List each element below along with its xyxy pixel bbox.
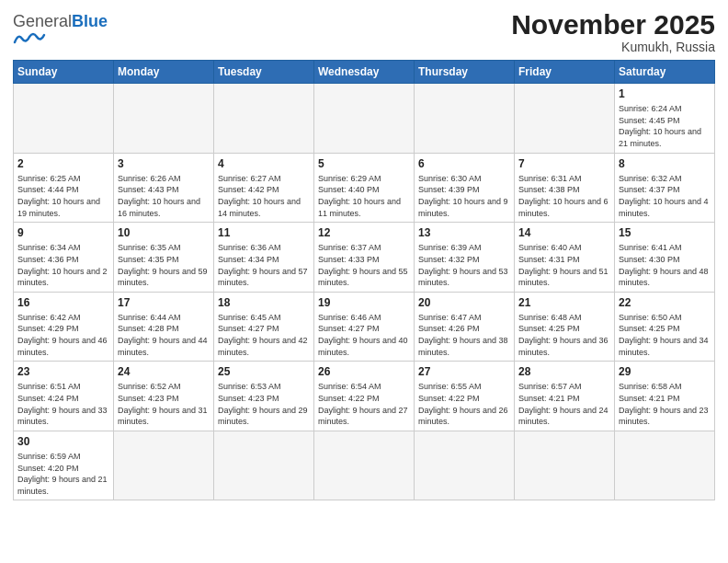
weekday-header-row: Sunday Monday Tuesday Wednesday Thursday…	[14, 61, 715, 84]
sun-info: Sunrise: 6:48 AM Sunset: 4:25 PM Dayligh…	[518, 312, 610, 358]
day-number: 12	[318, 225, 410, 240]
table-row	[114, 431, 214, 500]
table-row	[415, 84, 515, 154]
table-row: 27Sunrise: 6:55 AM Sunset: 4:22 PM Dayli…	[415, 362, 515, 431]
table-row: 5Sunrise: 6:29 AM Sunset: 4:40 PM Daylig…	[314, 153, 415, 223]
sun-info: Sunrise: 6:32 AM Sunset: 4:37 PM Dayligh…	[619, 173, 711, 219]
month-title: November 2025	[511, 9, 715, 40]
day-number: 23	[17, 364, 109, 379]
day-number: 9	[17, 225, 109, 240]
day-number: 22	[619, 295, 711, 310]
table-row	[314, 84, 415, 154]
sun-info: Sunrise: 6:51 AM Sunset: 4:24 PM Dayligh…	[17, 381, 109, 427]
sun-info: Sunrise: 6:40 AM Sunset: 4:31 PM Dayligh…	[518, 242, 610, 288]
table-row: 20Sunrise: 6:47 AM Sunset: 4:26 PM Dayli…	[415, 292, 515, 362]
sun-info: Sunrise: 6:59 AM Sunset: 4:20 PM Dayligh…	[17, 451, 109, 497]
header-friday: Friday	[515, 61, 615, 84]
sun-info: Sunrise: 6:47 AM Sunset: 4:26 PM Dayligh…	[418, 312, 510, 358]
day-number: 15	[619, 225, 711, 240]
table-row: 7Sunrise: 6:31 AM Sunset: 4:38 PM Daylig…	[515, 153, 615, 223]
sun-info: Sunrise: 6:42 AM Sunset: 4:29 PM Dayligh…	[17, 312, 109, 358]
day-number: 18	[218, 295, 310, 310]
day-number: 1	[619, 86, 711, 101]
table-row: 25Sunrise: 6:53 AM Sunset: 4:23 PM Dayli…	[214, 362, 314, 431]
table-row: 8Sunrise: 6:32 AM Sunset: 4:37 PM Daylig…	[615, 153, 715, 223]
table-row: 6Sunrise: 6:30 AM Sunset: 4:39 PM Daylig…	[415, 153, 515, 223]
sun-info: Sunrise: 6:37 AM Sunset: 4:33 PM Dayligh…	[318, 242, 410, 288]
sun-info: Sunrise: 6:34 AM Sunset: 4:36 PM Dayligh…	[17, 242, 109, 288]
sun-info: Sunrise: 6:29 AM Sunset: 4:40 PM Dayligh…	[318, 173, 410, 219]
table-row: 17Sunrise: 6:44 AM Sunset: 4:28 PM Dayli…	[114, 292, 214, 362]
table-row: 26Sunrise: 6:54 AM Sunset: 4:22 PM Dayli…	[314, 362, 415, 431]
day-number: 24	[118, 364, 210, 379]
table-row: 15Sunrise: 6:41 AM Sunset: 4:30 PM Dayli…	[615, 223, 715, 293]
table-row: 2Sunrise: 6:25 AM Sunset: 4:44 PM Daylig…	[14, 153, 114, 223]
table-row: 16Sunrise: 6:42 AM Sunset: 4:29 PM Dayli…	[14, 292, 114, 362]
table-row: 4Sunrise: 6:27 AM Sunset: 4:42 PM Daylig…	[214, 153, 314, 223]
table-row: 24Sunrise: 6:52 AM Sunset: 4:23 PM Dayli…	[114, 362, 214, 431]
sun-info: Sunrise: 6:53 AM Sunset: 4:23 PM Dayligh…	[218, 381, 310, 427]
day-number: 27	[418, 364, 510, 379]
table-row: 30Sunrise: 6:59 AM Sunset: 4:20 PM Dayli…	[14, 431, 114, 500]
table-row: 14Sunrise: 6:40 AM Sunset: 4:31 PM Dayli…	[515, 223, 615, 293]
day-number: 7	[518, 156, 610, 171]
day-number: 2	[17, 156, 109, 171]
logo-general: General	[13, 12, 72, 30]
sun-info: Sunrise: 6:52 AM Sunset: 4:23 PM Dayligh…	[118, 381, 210, 427]
header-wednesday: Wednesday	[314, 61, 415, 84]
day-number: 19	[318, 295, 410, 310]
logo-blue: Blue	[72, 12, 108, 30]
table-row	[515, 431, 615, 500]
header-sunday: Sunday	[14, 61, 114, 84]
sun-info: Sunrise: 6:27 AM Sunset: 4:42 PM Dayligh…	[218, 173, 310, 219]
table-row	[14, 84, 114, 154]
day-number: 14	[518, 225, 610, 240]
sun-info: Sunrise: 6:35 AM Sunset: 4:35 PM Dayligh…	[118, 242, 210, 288]
sun-info: Sunrise: 6:45 AM Sunset: 4:27 PM Dayligh…	[218, 312, 310, 358]
day-number: 26	[318, 364, 410, 379]
location: Kumukh, Russia	[511, 40, 715, 54]
day-number: 20	[418, 295, 510, 310]
table-row: 11Sunrise: 6:36 AM Sunset: 4:34 PM Dayli…	[214, 223, 314, 293]
table-row	[314, 431, 415, 500]
sun-info: Sunrise: 6:41 AM Sunset: 4:30 PM Dayligh…	[619, 242, 711, 288]
sun-info: Sunrise: 6:55 AM Sunset: 4:22 PM Dayligh…	[418, 381, 510, 427]
sun-info: Sunrise: 6:24 AM Sunset: 4:45 PM Dayligh…	[619, 103, 711, 149]
header-tuesday: Tuesday	[214, 61, 314, 84]
sun-info: Sunrise: 6:30 AM Sunset: 4:39 PM Dayligh…	[418, 173, 510, 219]
table-row	[415, 431, 515, 500]
table-row: 10Sunrise: 6:35 AM Sunset: 4:35 PM Dayli…	[114, 223, 214, 293]
day-number: 16	[17, 295, 109, 310]
header-thursday: Thursday	[415, 61, 515, 84]
sun-info: Sunrise: 6:57 AM Sunset: 4:21 PM Dayligh…	[518, 381, 610, 427]
day-number: 8	[619, 156, 711, 171]
day-number: 10	[118, 225, 210, 240]
day-number: 6	[418, 156, 510, 171]
table-row: 9Sunrise: 6:34 AM Sunset: 4:36 PM Daylig…	[14, 223, 114, 293]
sun-info: Sunrise: 6:46 AM Sunset: 4:27 PM Dayligh…	[318, 312, 410, 358]
sun-info: Sunrise: 6:26 AM Sunset: 4:43 PM Dayligh…	[118, 173, 210, 219]
day-number: 13	[418, 225, 510, 240]
day-number: 21	[518, 295, 610, 310]
day-number: 5	[318, 156, 410, 171]
calendar-table: Sunday Monday Tuesday Wednesday Thursday…	[13, 60, 715, 500]
title-block: November 2025 Kumukh, Russia	[511, 9, 715, 54]
table-row	[214, 84, 314, 154]
table-row: 29Sunrise: 6:58 AM Sunset: 4:21 PM Dayli…	[615, 362, 715, 431]
day-number: 25	[218, 364, 310, 379]
table-row: 18Sunrise: 6:45 AM Sunset: 4:27 PM Dayli…	[214, 292, 314, 362]
table-row: 13Sunrise: 6:39 AM Sunset: 4:32 PM Dayli…	[415, 223, 515, 293]
day-number: 11	[218, 225, 310, 240]
sun-info: Sunrise: 6:54 AM Sunset: 4:22 PM Dayligh…	[318, 381, 410, 427]
logo: GeneralBlue	[13, 13, 108, 50]
header-saturday: Saturday	[615, 61, 715, 84]
table-row: 23Sunrise: 6:51 AM Sunset: 4:24 PM Dayli…	[14, 362, 114, 431]
table-row	[214, 431, 314, 500]
sun-info: Sunrise: 6:31 AM Sunset: 4:38 PM Dayligh…	[518, 173, 610, 219]
day-number: 3	[118, 156, 210, 171]
header-monday: Monday	[114, 61, 214, 84]
table-row	[615, 431, 715, 500]
table-row: 19Sunrise: 6:46 AM Sunset: 4:27 PM Dayli…	[314, 292, 415, 362]
page-header: GeneralBlue November 2025 Kumukh, Russia	[13, 9, 715, 54]
table-row: 21Sunrise: 6:48 AM Sunset: 4:25 PM Dayli…	[515, 292, 615, 362]
